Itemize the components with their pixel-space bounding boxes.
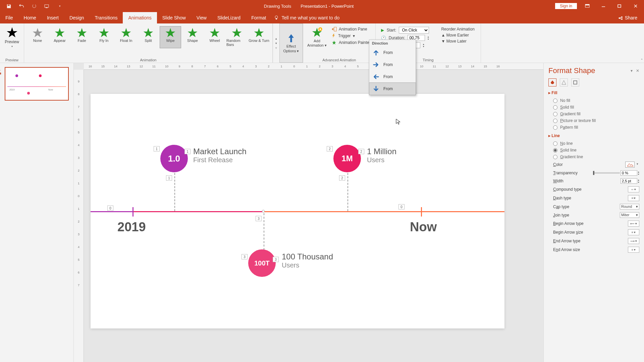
- move-earlier-button[interactable]: ▲ Move Earlier: [441, 33, 474, 38]
- dash-type-button[interactable]: ━ ▾: [628, 195, 639, 201]
- no-line-radio[interactable]: [553, 141, 557, 146]
- milestone-text-2[interactable]: 1 Million Users: [367, 147, 396, 164]
- fill-line-tab-icon[interactable]: [548, 78, 556, 86]
- gallery-more-button[interactable]: ▴ ▾ ▿: [273, 23, 279, 63]
- format-shape-title: Format Shape: [548, 66, 595, 75]
- solid-line-radio[interactable]: [553, 148, 557, 153]
- milestone-text-3[interactable]: 100 Thousand Users: [282, 252, 333, 269]
- start-from-beginning-icon[interactable]: [44, 3, 50, 9]
- anim-tag[interactable]: 0: [398, 204, 405, 209]
- anim-tag[interactable]: 3: [241, 254, 248, 259]
- compound-type-button[interactable]: ═ ▾: [628, 186, 639, 192]
- animation-wipe[interactable]: Wipe: [160, 26, 181, 48]
- add-animation-button[interactable]: AddAnimation ▾: [305, 25, 329, 50]
- begin-arrow-size-button[interactable]: ≡ ▾: [628, 229, 639, 235]
- share-button[interactable]: Share: [618, 12, 644, 23]
- animation-wheel[interactable]: Wheel: [204, 26, 225, 48]
- slide-canvas[interactable]: 2019 Now 1.0 1M 100T Market Launch First…: [91, 94, 504, 328]
- line-section-header[interactable]: ▸ Line: [548, 133, 639, 138]
- document-title: Presentation1 - PowerPoint: [301, 4, 354, 9]
- anim-tag[interactable]: 1: [154, 146, 160, 152]
- sign-in-button[interactable]: Sign in: [555, 3, 577, 9]
- tab-transitions[interactable]: Transitions: [90, 12, 123, 23]
- save-icon[interactable]: [6, 3, 11, 9]
- dash-label: Dash type: [553, 196, 571, 200]
- anim-tag[interactable]: 2: [327, 146, 333, 152]
- tab-insert[interactable]: Insert: [42, 12, 64, 23]
- tab-slideshow[interactable]: Slide Show: [157, 12, 191, 23]
- anim-tag[interactable]: 1: [166, 175, 172, 181]
- animation-random-bars[interactable]: Random Bars: [226, 26, 248, 48]
- tab-design[interactable]: Design: [64, 12, 90, 23]
- direction-from-left[interactable]: From: [369, 59, 416, 71]
- slide-thumbnail[interactable]: 2019 Now: [5, 67, 69, 101]
- begin-arrow-type-button[interactable]: ⟵ ▾: [628, 221, 639, 227]
- animation-float-in[interactable]: Float In: [115, 26, 137, 48]
- begin-arrow-size-label: Begin Arrow size: [553, 230, 583, 235]
- animation-shape[interactable]: Shape: [182, 26, 203, 48]
- size-tab-icon[interactable]: [571, 78, 579, 86]
- milestone-text-1[interactable]: Market Launch First Release: [193, 147, 247, 164]
- anim-tag[interactable]: 2: [358, 149, 364, 154]
- animation-none[interactable]: None: [27, 26, 48, 48]
- end-arrow-type-button[interactable]: ⟶ ▾: [628, 238, 639, 244]
- tab-format[interactable]: Format: [246, 12, 271, 23]
- milestone-badge-3[interactable]: 100T: [248, 249, 276, 277]
- join-type-select[interactable]: Miter▾: [620, 212, 639, 218]
- animation-pane-button[interactable]: Animation Pane: [331, 27, 371, 32]
- ribbon-display-icon[interactable]: [582, 2, 593, 10]
- milestone-badge-1[interactable]: 1.0: [160, 145, 188, 172]
- anim-tag[interactable]: 2: [339, 175, 345, 181]
- solid-fill-radio[interactable]: [553, 105, 557, 110]
- width-input[interactable]: [621, 178, 637, 184]
- close-icon[interactable]: [630, 2, 641, 10]
- animation-gallery: NoneAppearFadeFly InFloat InSplitWipeSha…: [26, 25, 270, 50]
- milestone-badge-2[interactable]: 1M: [333, 145, 361, 172]
- thumbnail-pane[interactable]: 1 ✱ 2019 Now: [0, 63, 74, 362]
- move-later-button[interactable]: ▼ Move Later: [441, 39, 474, 44]
- tab-animations[interactable]: Animations: [123, 12, 157, 23]
- maximize-icon[interactable]: [614, 2, 625, 10]
- pattern-fill-radio[interactable]: [553, 125, 557, 130]
- transparency-input[interactable]: [621, 170, 637, 176]
- fill-section-header[interactable]: ▸ Fill: [548, 90, 639, 95]
- tell-me[interactable]: Tell me what you want to do: [274, 12, 340, 23]
- close-pane-icon[interactable]: ✕: [636, 68, 639, 73]
- undo-icon[interactable]: [19, 3, 24, 9]
- gradient-line-radio[interactable]: [553, 155, 557, 159]
- cap-type-select[interactable]: Round▾: [620, 204, 639, 209]
- animation-fly-in[interactable]: Fly In: [93, 26, 115, 48]
- direction-from-top[interactable]: From: [369, 82, 416, 95]
- animation-appear[interactable]: Appear: [49, 26, 70, 48]
- effect-options-button[interactable]: EffectOptions ▾: [279, 23, 303, 63]
- animation-fade[interactable]: Fade: [71, 26, 93, 48]
- no-fill-radio[interactable]: [553, 99, 557, 103]
- qat-more-icon[interactable]: ▾: [57, 3, 62, 9]
- animation-split[interactable]: Split: [138, 26, 159, 48]
- animation-painter-button[interactable]: Animation Painter: [331, 40, 371, 45]
- tab-file[interactable]: File: [0, 12, 18, 23]
- anim-tag[interactable]: 1: [184, 149, 191, 154]
- anim-tag[interactable]: 3: [273, 257, 279, 262]
- effects-tab-icon[interactable]: [560, 78, 568, 86]
- direction-from-right[interactable]: From: [369, 71, 416, 83]
- anim-tag[interactable]: 0: [107, 205, 113, 211]
- collapse-ribbon-icon[interactable]: ˄: [641, 58, 643, 62]
- tab-slidelizard[interactable]: SlideLizard: [212, 12, 246, 23]
- minimize-icon[interactable]: [598, 2, 609, 10]
- tab-home[interactable]: Home: [18, 12, 42, 23]
- end-arrow-size-button[interactable]: ≡ ▾: [628, 247, 639, 253]
- redo-icon[interactable]: [32, 3, 37, 9]
- trigger-button[interactable]: Trigger ▾: [331, 34, 371, 38]
- color-picker[interactable]: [625, 162, 635, 168]
- picture-fill-radio[interactable]: [553, 119, 557, 123]
- tab-view[interactable]: View: [191, 12, 212, 23]
- gradient-fill-radio[interactable]: [553, 112, 557, 116]
- animation-grow-&-turn[interactable]: Grow & Turn: [248, 26, 270, 48]
- slide-editor[interactable]: 1615141312111098765432101234567891011121…: [74, 63, 543, 362]
- slide-number: 1: [0, 67, 1, 71]
- direction-from-bottom[interactable]: From: [369, 47, 416, 59]
- preview-button[interactable]: Preview ▾: [2, 25, 22, 49]
- start-select[interactable]: On Click: [399, 27, 429, 34]
- anim-tag[interactable]: 3: [256, 216, 262, 221]
